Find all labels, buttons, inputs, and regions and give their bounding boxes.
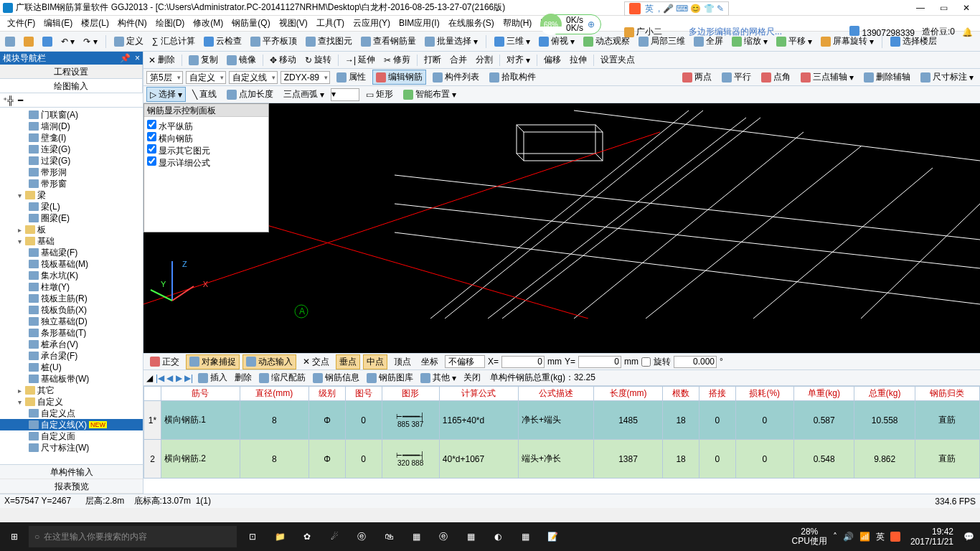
chk-transverse[interactable]: 横向钢筋 [147,132,265,144]
wifi-icon[interactable]: 📶 [859,532,870,542]
tab-project[interactable]: 工程设置 [0,65,143,78]
tree-node[interactable]: 过梁(G) [0,155,143,166]
folder-icon[interactable]: 📁 [267,526,293,547]
mirror-button[interactable]: 镜像 [225,53,258,67]
tree-node[interactable]: 带形窗 [0,178,143,189]
sum-button[interactable]: ∑ 汇总计算 [150,34,197,49]
close-button[interactable]: ✕ [961,3,971,13]
setpoint-button[interactable]: 设置夹点 [598,53,637,67]
view-rebar-button[interactable]: 查看钢筋量 [359,34,418,49]
info-button[interactable]: 钢筋信息 [311,372,362,384]
app1-icon[interactable]: ✿ [294,526,320,547]
rot-check[interactable] [641,357,651,367]
floor-combo[interactable]: 第5层 [146,71,183,84]
new-button[interactable] [3,35,17,48]
menu-item[interactable]: 构件(N) [115,17,150,29]
tree-node[interactable]: 独立基础(D) [0,316,143,327]
bottom-report[interactable]: 报表预览 [0,479,143,494]
bell-icon[interactable]: 🔔 [962,27,973,37]
start-button[interactable]: ⊞ [0,522,29,551]
tree-node[interactable]: 连梁(G) [0,143,143,155]
app3-icon[interactable]: ▦ [403,526,429,547]
menu-item[interactable]: 云应用(Y) [350,17,393,29]
tree-node[interactable]: 承台梁(F) [0,350,143,362]
menu-item[interactable]: 编辑(E) [41,17,75,29]
tree-node[interactable]: 圈梁(E) [0,212,143,224]
ptlen-button[interactable]: 点加长度 [223,87,277,102]
menu-item[interactable]: 在线服务(S) [446,17,497,29]
notif-icon[interactable]: 💬 [963,532,974,542]
rebar-display-panel[interactable]: 钢筋显示控制面板 水平纵筋 横向钢筋 显示其它图元 显示详细公式 [143,103,269,232]
spacer-combo[interactable]: ▾ [331,88,359,101]
tree-node[interactable]: 筏板主筋(R) [0,293,143,304]
cat-combo[interactable]: 自定义 [186,71,226,84]
app5-icon[interactable]: 📝 [540,526,565,547]
edit-rebar-button[interactable]: 编辑钢筋 [372,70,426,85]
delrow-button[interactable]: 删除 [232,372,254,384]
osnap-button[interactable]: 对象捕捉 [186,354,240,369]
list-button[interactable]: 构件列表 [429,70,483,85]
smart-button[interactable]: 智能布置 ▾ [400,87,460,102]
parallel-button[interactable]: 平行 [718,70,755,85]
rebar-grid[interactable]: 筋号直径(mm)级别图号图形计算公式公式描述长度(mm)根数搭接损耗(%)单重(… [143,386,980,494]
sogou-tray-icon[interactable] [890,532,900,542]
x-input[interactable] [501,356,545,368]
nav-buttons[interactable]: |◀ ◀ ▶ ▶| [156,373,193,383]
menu-item[interactable]: 钢筋量(Q) [229,17,273,29]
break-button[interactable]: 打断 [422,53,443,67]
chk-other[interactable]: 显示其它图元 [147,144,265,156]
name-combo[interactable]: ZDYX-89 [281,71,330,84]
maximize-button[interactable]: ▭ [938,3,948,13]
end-button[interactable]: 顶点 [390,354,415,369]
trim-button[interactable]: ✂ 修剪 [382,53,413,67]
define-button[interactable]: 定义 [112,34,146,49]
app4-icon[interactable]: ▦ [512,526,538,547]
menu-item[interactable]: 绘图(D) [153,17,188,29]
bottom-single[interactable]: 单构件输入 [0,465,143,479]
copy-button[interactable]: 复制 [187,53,220,67]
del-button[interactable]: ✕ 删除 [146,53,177,67]
cloud-check-button[interactable]: 云检查 [202,34,244,49]
y-input[interactable] [578,356,621,368]
ggj-icon[interactable]: ▦ [458,526,484,547]
tree-node[interactable]: 尺寸标注(W) [0,442,143,453]
insert-button[interactable]: 插入 [196,372,230,384]
collapse-icon[interactable]: ━ [18,95,23,105]
coord-button[interactable]: 坐标 [418,354,442,369]
menu-item[interactable]: 视图(V) [276,17,311,29]
twopt-button[interactable]: 两点 [679,70,715,85]
tree-node[interactable]: 带形洞 [0,166,143,178]
tree-node[interactable]: 梁(L) [0,201,143,212]
rect-button[interactable]: ▭ 矩形 [362,87,397,102]
attr-button[interactable]: 属性 [333,70,369,85]
three-aux-button[interactable]: 三点辅轴 ▾ [797,70,857,85]
ortho-button[interactable]: 正交 [146,354,183,369]
menu-item[interactable]: 修改(M) [190,17,226,29]
tree-node[interactable]: 壁龛(I) [0,132,143,143]
pin-icon[interactable]: 📌 [120,53,131,63]
sound-icon[interactable]: 🔊 [843,532,854,542]
dim-button[interactable]: 尺寸标注 ▾ [917,70,977,85]
tree-node[interactable]: 桩(U) [0,362,143,373]
dyn-input-button[interactable]: 动态输入 [242,354,296,369]
close-grid-button[interactable]: 关闭 [461,372,483,384]
tree-node[interactable]: 自定义线(X)NEW [0,419,143,430]
tree-node[interactable]: 桩承台(V) [0,339,143,350]
chk-formula[interactable]: 显示详细公式 [147,156,265,169]
other-button[interactable]: 其他 ▾ [418,372,458,384]
offset-combo[interactable]: 不偏移 [445,355,485,368]
app2-icon[interactable]: ☄ [321,526,347,547]
minimize-button[interactable]: — [915,3,925,13]
cross-button[interactable]: ✕ 交点 [299,354,333,369]
tree-node[interactable]: ▸板 [0,224,143,235]
ime-tray-icon[interactable]: 英 [876,531,885,543]
viewport[interactable]: A 钢筋显示控制面板 水平纵筋 横向钢筋 显示其它图元 显示详细公式 ZYX [143,103,980,353]
edge-icon[interactable]: ⓔ [349,526,374,547]
tree-node[interactable]: ▾基础 [0,235,143,247]
top-view-button[interactable]: 俯视 ▾ [537,34,577,49]
open-button[interactable] [22,35,36,48]
tree[interactable]: 门联窗(A)墙洞(D)壁龛(I)连梁(G)过梁(G)带形洞带形窗▾梁梁(L)圈梁… [0,108,143,464]
menu-item[interactable]: 帮助(H) [500,17,535,29]
tree-node[interactable]: 筏板基础(M) [0,258,143,270]
perf-widget[interactable]: 68% 0K/s0K/s ⊕ [545,14,601,34]
